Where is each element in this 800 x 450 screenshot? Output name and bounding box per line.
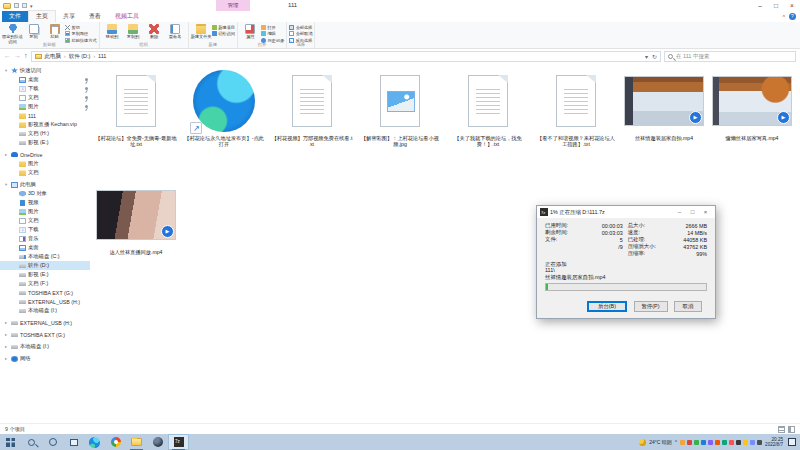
ribbon-tab[interactable]: 共享 <box>56 11 82 22</box>
pause-button[interactable]: 暂停(P) <box>634 301 668 312</box>
taskbar-app-button[interactable] <box>0 434 21 450</box>
taskbar-app-button[interactable] <box>168 434 189 450</box>
file-item[interactable]: 丝袜情趣装居家自拍.mp4 <box>621 67 707 181</box>
tray-app-icon[interactable] <box>750 440 755 445</box>
sidebar-item[interactable]: 影视 (E:) <box>0 270 90 279</box>
tray-app-icon[interactable] <box>715 440 720 445</box>
details-view-icon[interactable] <box>778 426 785 433</box>
taskbar-app-button[interactable] <box>147 434 168 450</box>
search-input[interactable]: 在 111 中搜索 <box>664 51 796 62</box>
taskbar-app-button[interactable] <box>105 434 126 450</box>
sidebar-item[interactable]: ▾ 快速访问 <box>0 66 90 75</box>
expand-arrow-icon[interactable]: ▸ <box>3 332 9 337</box>
ribbon-tab[interactable]: 视频工具 <box>108 11 146 22</box>
sidebar-item[interactable]: ▸ 本地磁盘 (I:) <box>0 342 90 351</box>
expand-arrow-icon[interactable]: ▸ <box>3 356 9 361</box>
taskbar-clock[interactable]: 20:25 2022/8/7 <box>765 437 783 448</box>
sidebar-item[interactable]: TOSHIBA EXT (G:) <box>0 288 90 297</box>
ribbon-button[interactable]: 重命名 <box>165 23 186 40</box>
weather-text[interactable]: 24°C 晴朗 <box>649 439 672 445</box>
sidebar-item[interactable]: 本地磁盘 (I:) <box>0 306 90 315</box>
sidebar-item[interactable]: 视频 <box>0 198 90 207</box>
file-item[interactable]: 【看不了和谐视频？来村花论坛人工指路】.txt <box>533 67 619 181</box>
file-item[interactable]: 【关了我就下载的论坛，找免费！】.txt <box>445 67 531 181</box>
title-bar[interactable]: ▾ 管理 111 – □ × <box>0 0 800 11</box>
cancel-button[interactable]: 取消 <box>674 301 702 312</box>
taskbar-app-button[interactable] <box>42 434 63 450</box>
expand-arrow-icon[interactable]: ▸ <box>3 344 9 349</box>
sidebar-item[interactable]: 文档 <box>0 93 90 102</box>
minimize-button[interactable]: – <box>752 0 768 11</box>
sidebar-item[interactable]: 影视直播 Kechan.vip <box>0 120 90 129</box>
sidebar-item[interactable]: 文档 (H:) <box>0 129 90 138</box>
tray-app-icon[interactable] <box>743 440 748 445</box>
sidebar-item[interactable]: 影视 (E:) <box>0 138 90 147</box>
ribbon-button[interactable]: 新建文件夹 <box>191 23 212 40</box>
taskbar-app-button[interactable] <box>21 434 42 450</box>
back-button[interactable]: ← <box>4 49 11 63</box>
expand-arrow-icon[interactable]: ▾ <box>3 182 9 187</box>
sidebar-item[interactable]: 文档 <box>0 216 90 225</box>
sidebar-item[interactable]: 下载 <box>0 84 90 93</box>
ribbon-button[interactable]: 移动到 <box>102 23 123 40</box>
taskbar-app-button[interactable] <box>63 434 84 450</box>
hidden-icons-chevron[interactable]: ^ <box>675 439 677 445</box>
close-button[interactable]: × <box>784 0 800 11</box>
sidebar-item[interactable]: 桌面 <box>0 243 90 252</box>
maximize-button[interactable]: □ <box>768 0 784 11</box>
sidebar-item[interactable]: ▸ 网络 <box>0 354 90 363</box>
sidebar-item[interactable]: 文档 (F:) <box>0 279 90 288</box>
sidebar-item[interactable]: 111 <box>0 111 90 120</box>
sidebar-item[interactable]: 本地磁盘 (C:) <box>0 252 90 261</box>
sidebar-item[interactable]: 软件 (D:) <box>0 261 90 270</box>
tray-app-icon[interactable] <box>729 440 734 445</box>
sidebar-item[interactable]: 图片 <box>0 159 90 168</box>
ribbon-button[interactable]: 删除 <box>144 23 165 40</box>
dialog-minimize-button[interactable]: – <box>673 206 686 218</box>
sidebar-item[interactable]: ▸ EXTERNAL_USB (H:) <box>0 318 90 327</box>
forward-button[interactable]: → <box>14 49 21 63</box>
sidebar-item[interactable]: 文档 <box>0 168 90 177</box>
sidebar-item[interactable]: ▾ 此电脑 <box>0 180 90 189</box>
sidebar-item[interactable]: EXTERNAL_USB (H:) <box>0 297 90 306</box>
breadcrumb-item[interactable]: 111 <box>98 53 106 59</box>
tray-app-icon[interactable] <box>736 440 741 445</box>
tray-app-icon[interactable] <box>687 440 692 445</box>
expand-arrow-icon[interactable]: ▸ <box>3 320 9 325</box>
tray-app-icon[interactable] <box>701 440 706 445</box>
file-item[interactable]: 慵懒丝袜居家写真.mp4 <box>709 67 795 181</box>
background-button[interactable]: 后台(B) <box>587 301 627 312</box>
tray-app-icon[interactable] <box>694 440 699 445</box>
taskbar-app-button[interactable] <box>126 434 147 450</box>
compress-dialog[interactable]: 1% 正在压缩 D:\111.7z – □ × 已用时间: 00:00:03 剩… <box>536 205 716 319</box>
file-item[interactable]: 【村花视频】万部视频免费在线看.txt <box>269 67 355 181</box>
weather-moon-icon[interactable] <box>639 439 646 446</box>
qat-dropdown-icon[interactable]: ▾ <box>30 3 33 9</box>
sidebar-item[interactable]: 图片 <box>0 102 90 111</box>
ribbon-tab[interactable]: 文件 <box>2 11 28 22</box>
qat-button-icon[interactable] <box>14 3 19 8</box>
breadcrumb-item[interactable]: 软件 (D:) <box>69 53 91 60</box>
ribbon-button[interactable]: 复制到 <box>123 23 144 40</box>
collapse-ribbon-icon[interactable]: ^ <box>782 14 785 20</box>
qat-button-icon[interactable] <box>22 3 27 8</box>
ribbon-small-button[interactable]: 轻松访问 <box>212 31 235 38</box>
file-item[interactable]: 【解密彩图】：上村花论坛看小视频.jpg <box>357 67 443 181</box>
tray-app-icon[interactable] <box>722 440 727 445</box>
dialog-maximize-button[interactable]: □ <box>686 206 699 218</box>
sidebar-item[interactable]: ▸ OneDrive <box>0 150 90 159</box>
tray-app-icon[interactable] <box>680 440 685 445</box>
breadcrumb-item[interactable]: 此电脑 <box>45 53 62 60</box>
address-dropdown-icon[interactable]: ▾ <box>645 53 648 60</box>
up-button[interactable]: ↑ <box>24 49 28 63</box>
sidebar-item[interactable]: 图片 <box>0 207 90 216</box>
taskbar-app-button[interactable] <box>84 434 105 450</box>
ribbon-tab[interactable]: 查看 <box>82 11 108 22</box>
dialog-title-bar[interactable]: 1% 正在压缩 D:\111.7z – □ × <box>537 206 715 218</box>
tray-app-icon[interactable] <box>708 440 713 445</box>
ribbon-button[interactable]: 属性 <box>240 23 261 40</box>
sidebar-item[interactable]: 下载 <box>0 225 90 234</box>
tray-app-icon[interactable] <box>757 440 762 445</box>
breadcrumb[interactable]: 此电脑 › 软件 (D:) › 111 ▾ ↻ <box>31 51 662 62</box>
expand-arrow-icon[interactable]: ▾ <box>3 68 9 73</box>
